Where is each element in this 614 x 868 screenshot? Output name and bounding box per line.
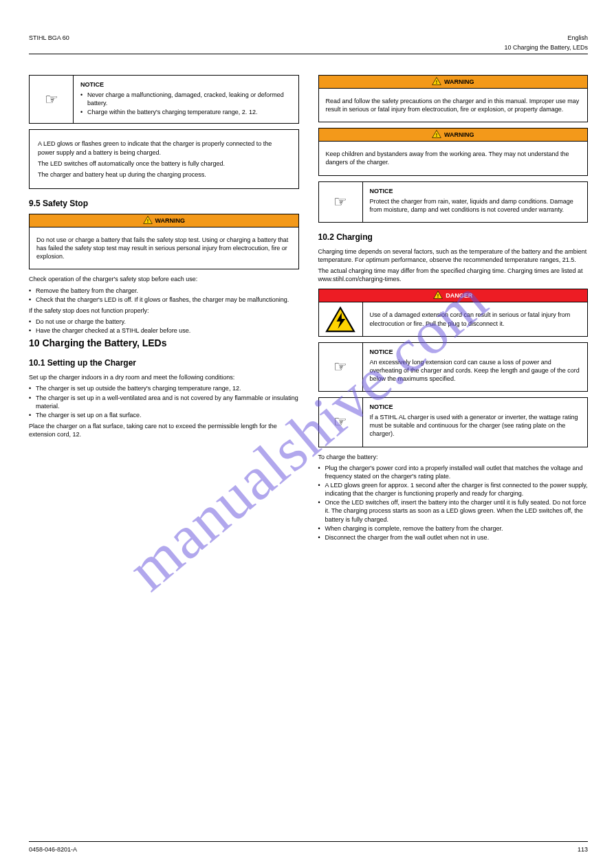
li-10-1-a: The charger is set up outside the batter… — [29, 384, 299, 392]
step-a2: Check that the charger's LED is off. If … — [29, 296, 299, 304]
infobox-p3: The charger and battery heat up during t… — [38, 170, 290, 179]
warning-label: WARNING — [155, 217, 186, 224]
warning-banner: ! WARNING — [30, 214, 298, 227]
danger-banner: ! DANGER — [319, 289, 588, 302]
infobox-p1: A LED glows or flashes green to indicate… — [38, 140, 290, 156]
info-box-led: A LED glows or flashes green to indicate… — [29, 129, 299, 189]
warn-a-body: Read and follow the safety precautions o… — [326, 97, 581, 113]
step-b1: Do not use or charge the battery. — [29, 318, 299, 326]
notice-box-c: ☞ NOTICE Protect the charger from rain, … — [318, 181, 589, 223]
p-10-2a: Charging time depends on several factors… — [318, 247, 589, 264]
pointing-hand-icon: ☞ — [319, 398, 363, 446]
svg-text:!: ! — [436, 79, 437, 85]
warning-triangle-icon: ! — [143, 216, 153, 225]
warning-box-1: ! WARNING Do not use or charge a battery… — [29, 214, 299, 269]
header-section: 10 Charging the Battery, LEDs — [505, 44, 588, 51]
danger-box-d: ! DANGER Use of a damaged extension cord… — [318, 289, 589, 336]
header-rule — [29, 54, 588, 54]
pointing-hand-icon: ☞ — [30, 76, 74, 123]
li-10-2-2: A LED glows green for approx. 1 second a… — [318, 481, 589, 498]
notice-box-1: ☞ NOTICE Never charge a malfunctioning, … — [29, 75, 299, 124]
warning-label-a: WARNING — [444, 78, 474, 85]
p-10-1-intro: Set up the charger indoors in a dry room… — [29, 373, 299, 381]
notice-e-body: An excessively long extension cord can c… — [370, 358, 581, 383]
para-conclude: If the safety stop does not function pro… — [29, 307, 299, 315]
p-10-1-b: Place the charger on a flat surface, tak… — [29, 422, 299, 438]
column-right: ! WARNING Read and follow the safety pre… — [318, 69, 589, 543]
notice-c-body: Protect the charger from rain, water, li… — [370, 197, 581, 214]
danger-label: DANGER — [446, 292, 472, 299]
header-right: English — [567, 34, 588, 41]
heading-10-2: 10.2 Charging — [318, 232, 589, 242]
li-10-2-3: Once the LED switches off, insert the ba… — [318, 498, 589, 523]
heading-9-5: 9.5 Safety Stop — [29, 199, 299, 208]
notice1-line2: Charge within the battery's charging tem… — [80, 108, 292, 116]
notice1-line1: Never charge a malfunctioning, damaged, … — [80, 91, 292, 107]
notice-f-body: If a STIHL AL charger is used with a gen… — [370, 413, 581, 438]
footer-code: 0458-046-8201-A — [29, 846, 77, 853]
footer-rule — [29, 841, 588, 842]
li-10-1-b: The charger is set up in a well-ventilat… — [29, 394, 299, 410]
warning-box-b: ! WARNING Keep children and bystanders a… — [318, 128, 589, 175]
li-10-2-4: When charging is complete, remove the ba… — [318, 524, 589, 533]
svg-text:!: ! — [146, 218, 148, 224]
heading-10: 10 Charging the Battery, LEDs — [29, 337, 299, 348]
header-row2: 10 Charging the Battery, LEDs — [29, 44, 588, 51]
warning-banner-b: ! WARNING — [319, 129, 588, 142]
li-10-2-1: Plug the charger's power cord into a pro… — [318, 464, 589, 480]
warning-triangle-icon: ! — [432, 130, 441, 140]
notice-box-f: ☞ NOTICE If a STIHL AL charger is used w… — [318, 397, 589, 447]
header: STIHL BGA 60 English — [29, 34, 588, 41]
notice-e-title: NOTICE — [370, 348, 581, 355]
step-a1: Remove the battery from the charger. — [29, 287, 299, 295]
li-10-2-5: Disconnect the charger from the wall out… — [318, 533, 589, 542]
heading-10-1: 10.1 Setting up the Charger — [29, 358, 299, 368]
step-b2: Have the charger checked at a STIHL deal… — [29, 326, 299, 335]
pointing-hand-icon: ☞ — [319, 343, 363, 391]
p-10-2b: The actual charging time may differ from… — [318, 267, 589, 283]
column-left: ☞ NOTICE Never charge a malfunctioning, … — [29, 69, 299, 543]
warning-label-b: WARNING — [444, 131, 474, 138]
warning1-body: Do not use or charge a battery that fail… — [30, 227, 298, 269]
warning-triangle-icon: ! — [433, 291, 443, 300]
notice-box-e: ☞ NOTICE An excessively long extension c… — [318, 342, 589, 392]
svg-text:!: ! — [436, 132, 437, 138]
pointing-hand-icon: ☞ — [319, 182, 363, 222]
notice-f-title: NOTICE — [370, 403, 581, 410]
header-left: STIHL BGA 60 — [29, 34, 69, 41]
warning-banner-a: ! WARNING — [319, 76, 588, 89]
p-10-2c: To charge the battery: — [318, 453, 589, 461]
notice-title: NOTICE — [80, 81, 292, 88]
infobox-p2: The LED switches off automatically once … — [38, 159, 290, 168]
para-check-safety: Check operation of the charger's safety … — [29, 275, 299, 283]
warning-box-a: ! WARNING Read and follow the safety pre… — [318, 75, 589, 122]
notice-c-title: NOTICE — [370, 188, 581, 194]
footer-page: 113 — [578, 846, 588, 853]
header-lang: English — [567, 34, 588, 41]
danger-d-body: Use of a damaged extension cord can resu… — [370, 311, 581, 327]
svg-text:!: ! — [437, 293, 439, 299]
li-10-1-c: The charger is set up on a flat surface. — [29, 411, 299, 419]
warning-triangle-icon: ! — [432, 77, 441, 87]
footer: 0458-046-8201-A 113 — [29, 841, 588, 853]
warn-b-body: Keep children and bystanders away from t… — [326, 150, 581, 166]
electric-shock-icon — [319, 302, 363, 335]
